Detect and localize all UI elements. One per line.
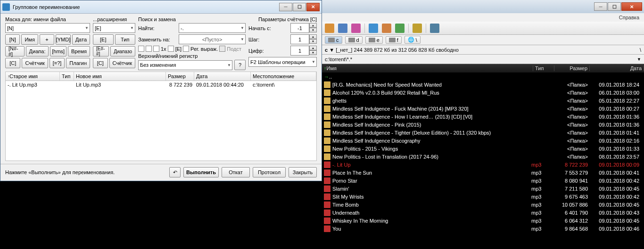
path-bar[interactable]: c:\torrent\*.* ▼ bbox=[322, 55, 644, 64]
digits-label: Цифр: bbox=[248, 48, 289, 54]
name-button[interactable]: Имя bbox=[21, 34, 38, 45]
fm-row[interactable]: Mindless Self Indulgence - Tighter (Delu… bbox=[322, 129, 644, 137]
fm-list-header[interactable]: ↑Имя Тип Размер Дата bbox=[322, 64, 644, 72]
fm-row[interactable]: Porno Starmp38 080 94109.01.2018 00:42 bbox=[322, 177, 644, 185]
range2-button[interactable]: [E#-#] bbox=[93, 46, 109, 56]
close-button[interactable]: ✕ bbox=[306, 3, 320, 11]
fm-minimize-button[interactable]: ─ bbox=[594, 2, 607, 11]
tool-icon[interactable] bbox=[382, 24, 391, 33]
drive-button-c[interactable]: c bbox=[325, 36, 342, 44]
fm-row[interactable]: Slit My Wristsmp39 675 46309.01.2018 00:… bbox=[322, 193, 644, 201]
chevron-down-icon: ▼ bbox=[312, 60, 315, 64]
time-button[interactable]: Время bbox=[68, 46, 90, 56]
folder-icon bbox=[324, 97, 330, 104]
ymd-button[interactable]: [YMD] bbox=[56, 34, 70, 45]
fm-titlebar[interactable]: ─ ☐ ✕ bbox=[322, 0, 644, 13]
drive-button-d[interactable]: d bbox=[345, 36, 363, 44]
fm-row[interactable]: Underneathmp36 401 79009.01.2018 00:43 bbox=[322, 209, 644, 217]
fm-row[interactable]: New Politics - 2015 - Vikings<Папка>09.0… bbox=[322, 145, 644, 153]
fm-menubar[interactable]: Справка bbox=[322, 13, 644, 22]
chevron-down-icon: ▼ bbox=[240, 26, 244, 30]
audio-icon bbox=[324, 193, 330, 200]
c-button[interactable]: [C] bbox=[5, 58, 20, 68]
drive-button-e[interactable]: e bbox=[365, 36, 383, 44]
fm-row[interactable]: New Politics - Lost in Translation (2017… bbox=[322, 153, 644, 161]
1x-checkbox[interactable] bbox=[153, 46, 159, 52]
opt1-checkbox[interactable] bbox=[138, 46, 144, 52]
maximize-button[interactable]: ☐ bbox=[293, 3, 306, 11]
list-header[interactable]: ↑Старое имя Тип Новое имя Размер Дата Ме… bbox=[5, 72, 317, 81]
templates-combo[interactable]: F2 Шаблоны операции▼ bbox=[248, 57, 317, 67]
digits-spinner[interactable]: ▲▼ bbox=[290, 46, 317, 56]
help-button[interactable]: ? bbox=[234, 60, 246, 70]
e-button[interactable]: [E] bbox=[93, 34, 114, 45]
fm-row[interactable]: →.. bbox=[322, 72, 644, 80]
audio-icon bbox=[324, 185, 330, 192]
range2-label-button[interactable]: Диапазо bbox=[110, 46, 135, 56]
refresh-icon[interactable] bbox=[325, 24, 334, 33]
list-row[interactable]: -. Lit Up.mp3Lit Up.mp38 722 23909.01.20… bbox=[6, 81, 316, 88]
start-spinner[interactable]: ▲▼ bbox=[290, 23, 317, 33]
help-menu-item[interactable]: Справка bbox=[619, 15, 639, 20]
network-button[interactable]: 🌐\ bbox=[405, 36, 421, 44]
tool-icon[interactable] bbox=[351, 24, 361, 33]
fm-row[interactable]: Mindless Self Indulgence - Fuck Machine … bbox=[322, 104, 644, 112]
plugin-button[interactable]: Плагин bbox=[66, 58, 90, 68]
fm-row[interactable]: ghetts<Папка>05.01.2018 22:27 bbox=[322, 96, 644, 104]
range1-button[interactable]: [N#-#] bbox=[5, 46, 25, 56]
case-combo[interactable]: Без изменения▼ bbox=[138, 60, 232, 70]
fm-row[interactable]: -. Lit Upmp38 722 23909.01.2018 00:09 bbox=[322, 161, 644, 169]
fm-row[interactable]: Yoump39 864 56809.01.2018 00:46 bbox=[322, 225, 644, 233]
plus-button[interactable]: + bbox=[40, 34, 54, 45]
file-list[interactable]: -. Lit Up.mp3Lit Up.mp38 722 23909.01.20… bbox=[5, 81, 317, 161]
date-button[interactable]: Дата bbox=[72, 34, 90, 45]
tool-icon[interactable] bbox=[430, 24, 439, 33]
tool-icon[interactable] bbox=[338, 24, 347, 33]
file-manager: ─ ☐ ✕ Справка cdef🌐\ c ▼ [_нет_] 244 389… bbox=[322, 0, 644, 249]
find-label: Найти: bbox=[138, 25, 177, 31]
fm-file-list[interactable]: →..[R.G. Mechanics] Need for Speed Most … bbox=[322, 72, 644, 249]
type-button[interactable]: Тип bbox=[115, 34, 136, 45]
chevron-down-icon[interactable]: ▼ bbox=[637, 57, 641, 62]
n-button[interactable]: [N] bbox=[5, 34, 20, 45]
tool-icon[interactable] bbox=[369, 24, 378, 33]
step-spinner[interactable]: ▲▼ bbox=[290, 34, 317, 44]
fm-row[interactable]: Mindless Self Indulgence Discography<Пап… bbox=[322, 137, 644, 145]
hms-button[interactable]: [hms] bbox=[50, 46, 66, 56]
opt2-checkbox[interactable] bbox=[146, 46, 152, 52]
undo-button[interactable]: ↶ bbox=[169, 167, 181, 177]
close-dialog-button[interactable]: Закрыть bbox=[289, 167, 317, 177]
drive-button-f[interactable]: f bbox=[386, 36, 402, 44]
tool-icon[interactable] bbox=[395, 24, 405, 33]
fm-maximize-button[interactable]: ☐ bbox=[608, 2, 621, 11]
dialog-titlebar[interactable]: Групповое переименование ─ ☐ ✕ bbox=[0, 0, 322, 14]
fm-row[interactable]: Mindless Self Indulgence - How I Learned… bbox=[322, 112, 644, 120]
counter-button[interactable]: Счётчик bbox=[22, 58, 48, 68]
fm-row[interactable]: [R.G. Mechanics] Need for Speed Most Wan… bbox=[322, 80, 644, 88]
mask-file-combo[interactable]: [N]▼ bbox=[5, 23, 90, 33]
c2-button[interactable]: [C] bbox=[93, 58, 108, 68]
fm-row[interactable]: Place In The Sunmp37 553 27909.01.2018 0… bbox=[322, 169, 644, 177]
folder-icon bbox=[324, 121, 330, 128]
fm-row[interactable]: Slamin'mp37 211 58009.01.2018 00:45 bbox=[322, 185, 644, 193]
minimize-button[interactable]: ─ bbox=[279, 3, 292, 11]
execute-button[interactable]: Выполнить bbox=[183, 167, 219, 177]
tool-icon[interactable] bbox=[413, 24, 422, 33]
fm-row[interactable]: Time Bombmp310 057 88609.01.2018 00:45 bbox=[322, 201, 644, 209]
audio-icon bbox=[324, 217, 330, 224]
eq-button[interactable]: [=?] bbox=[50, 58, 65, 68]
counter2-button[interactable]: Счётчик bbox=[109, 58, 135, 68]
protocol-button[interactable]: Протокол bbox=[253, 167, 286, 177]
fm-row[interactable]: Alcohol 120% v2.0.3 Build 9902 Retail Ml… bbox=[322, 88, 644, 96]
regex-checkbox[interactable] bbox=[183, 46, 189, 52]
find-combo[interactable]: -.▼ bbox=[179, 23, 246, 33]
fm-close-button[interactable]: ✕ bbox=[621, 2, 642, 11]
range1-label-button[interactable]: Диапа: bbox=[26, 46, 49, 56]
mask-ext-combo[interactable]: [E]▼ bbox=[93, 23, 135, 33]
fm-row[interactable]: Whiskey In The Morningmp36 064 31209.01.… bbox=[322, 217, 644, 225]
e-checkbox[interactable] bbox=[168, 46, 174, 52]
rollback-button[interactable]: Откат bbox=[222, 167, 250, 177]
drive-icon bbox=[389, 38, 396, 42]
replace-combo[interactable]: <Пусто>▼ bbox=[179, 34, 246, 44]
fm-row[interactable]: Mindless Self Indulgence - Pink (2015)<П… bbox=[322, 120, 644, 129]
